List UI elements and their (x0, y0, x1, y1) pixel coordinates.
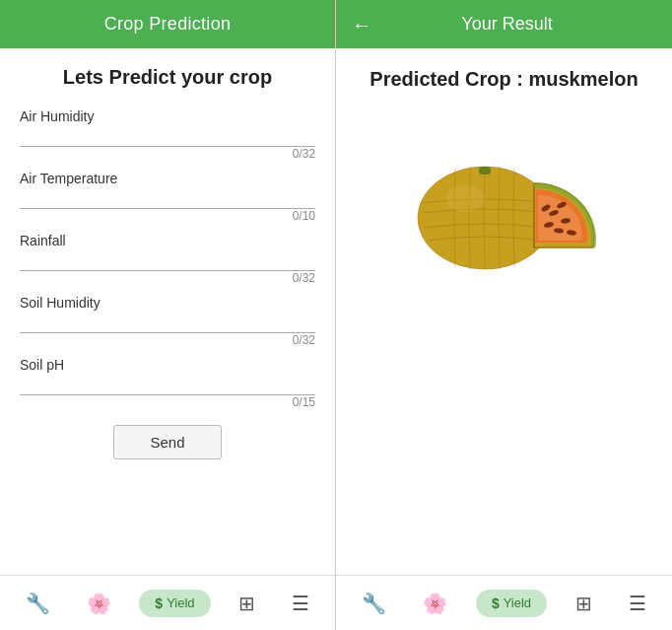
nav-flower-left[interactable]: 🌸 (79, 588, 119, 619)
counter-air-temperature: 0/10 (20, 209, 315, 223)
yield-label-left: Yield (167, 595, 194, 610)
svg-point-0 (418, 167, 552, 269)
nav-home-left[interactable]: ⊞ (231, 588, 263, 619)
home-icon-left: ⊞ (238, 592, 255, 615)
left-panel: Crop Prediction Lets Predict your crop A… (0, 0, 336, 630)
label-air-humidity: Air Humidity (20, 108, 315, 124)
wrench-icon: 🔧 (26, 592, 50, 615)
svg-rect-3 (479, 167, 491, 175)
right-header: ← Your Result (336, 0, 672, 48)
wrench-icon-right: 🔧 (362, 592, 386, 615)
nav-menu-right[interactable]: ☰ (621, 588, 654, 619)
page-title: Lets Predict your crop (20, 66, 315, 89)
nav-wrench-right[interactable]: 🔧 (354, 588, 394, 619)
predicted-crop-title: Predicted Crop : muskmelon (370, 68, 638, 91)
send-button[interactable]: Send (113, 425, 221, 459)
flower-icon: 🌸 (87, 592, 111, 615)
counter-rainfall: 0/32 (20, 271, 315, 285)
label-soil-ph: Soil pH (20, 357, 315, 373)
nav-flower-right[interactable]: 🌸 (415, 588, 455, 619)
back-arrow[interactable]: ← (352, 15, 371, 35)
nav-yield-left[interactable]: $ Yield (139, 590, 210, 617)
counter-soil-ph: 0/15 (20, 395, 315, 409)
counter-air-humidity: 0/32 (20, 147, 315, 161)
flower-icon-right: 🌸 (423, 592, 447, 615)
label-rainfall: Rainfall (20, 233, 315, 248)
label-air-temperature: Air Temperature (20, 171, 315, 186)
field-air-temperature: Air Temperature 0/10 (20, 171, 315, 223)
right-panel: ← Your Result Predicted Crop : muskmelon (336, 0, 672, 630)
input-air-humidity[interactable] (20, 126, 315, 147)
home-icon-right: ⊞ (575, 592, 592, 615)
nav-yield-right[interactable]: $ Yield (476, 590, 547, 617)
nav-wrench-left[interactable]: 🔧 (18, 588, 58, 619)
menu-icon-right: ☰ (629, 592, 646, 615)
nav-menu-left[interactable]: ☰ (284, 588, 317, 619)
send-button-wrap: Send (20, 425, 315, 459)
left-content: Lets Predict your crop Air Humidity 0/32… (0, 48, 335, 575)
input-rainfall[interactable] (20, 250, 315, 271)
counter-soil-humidity: 0/32 (20, 333, 315, 347)
left-header: Crop Prediction (0, 0, 335, 48)
right-content: Predicted Crop : muskmelon (336, 48, 672, 575)
field-soil-humidity: Soil Humidity 0/32 (20, 295, 315, 347)
left-header-title: Crop Prediction (104, 14, 232, 34)
svg-point-2 (445, 184, 485, 212)
input-air-temperature[interactable] (20, 188, 315, 209)
yield-label-right: Yield (504, 595, 531, 610)
bottom-nav-right: 🔧 🌸 $ Yield ⊞ ☰ (336, 575, 672, 630)
label-soil-humidity: Soil Humidity (20, 295, 315, 311)
input-soil-humidity[interactable] (20, 313, 315, 333)
dollar-icon-right: $ (492, 595, 500, 611)
bottom-nav-left: 🔧 🌸 $ Yield ⊞ ☰ (0, 575, 335, 630)
field-air-humidity: Air Humidity 0/32 (20, 108, 315, 161)
field-soil-ph: Soil pH 0/15 (20, 357, 315, 409)
input-soil-ph[interactable] (20, 375, 315, 395)
nav-home-right[interactable]: ⊞ (568, 588, 600, 619)
field-rainfall: Rainfall 0/32 (20, 233, 315, 285)
right-header-title: Your Result (387, 14, 627, 35)
muskmelon-image (406, 114, 603, 272)
dollar-icon-left: $ (155, 595, 163, 611)
menu-icon-left: ☰ (292, 592, 309, 615)
